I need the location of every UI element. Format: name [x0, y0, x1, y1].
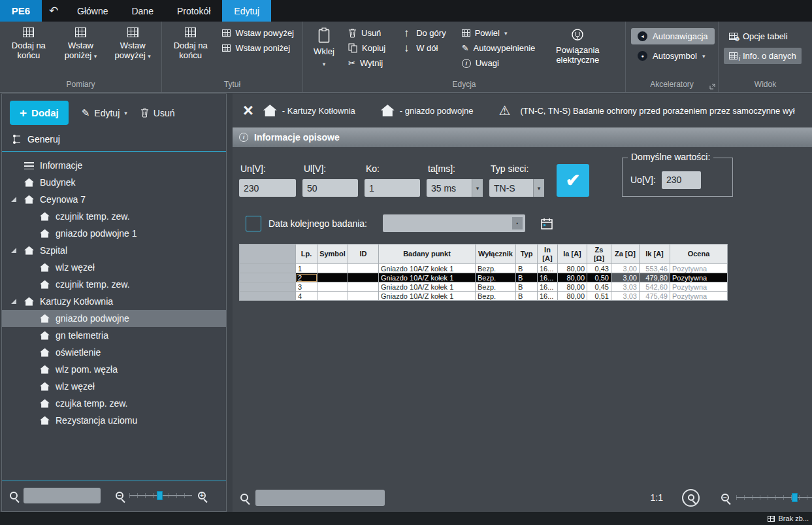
- table-options-button[interactable]: ⚙ Opcje tabeli: [724, 28, 793, 44]
- autofill-button[interactable]: ✎ Autowypełnienie: [459, 41, 539, 56]
- table-cell[interactable]: B: [516, 282, 538, 292]
- table-cell[interactable]: 542,60: [640, 282, 670, 292]
- add-title-end-button[interactable]: Dodaj na końcu: [167, 25, 214, 60]
- table-cell[interactable]: 1: [296, 264, 317, 273]
- tree-item-kartuzy-kotlownia[interactable]: Kartuzy Kotłownia: [2, 293, 226, 310]
- table-cell[interactable]: Pozytywna: [670, 282, 728, 292]
- un-field[interactable]: [239, 179, 296, 197]
- column-header[interactable]: Symbol: [317, 245, 348, 264]
- row-selector[interactable]: [240, 264, 296, 273]
- column-header[interactable]: In [A]: [538, 245, 558, 264]
- table-cell[interactable]: 3,03: [611, 282, 640, 292]
- table-row-selected[interactable]: 2 Gniazdo 10A/Z kołek 1 Bezp. B 16... 80…: [240, 273, 728, 282]
- table-cell[interactable]: 16...: [538, 282, 558, 292]
- table-cell[interactable]: 16...: [538, 273, 558, 282]
- breadcrumb-kotlownia[interactable]: - Kartuzy Kotłownia: [263, 105, 355, 116]
- notes-button[interactable]: i Uwagi: [459, 56, 539, 71]
- table-cell[interactable]: [348, 273, 379, 282]
- zoom-fit-button[interactable]: [682, 489, 700, 507]
- menu-protokol[interactable]: Protokół: [165, 0, 222, 22]
- delete-node-button[interactable]: Usuń: [140, 108, 175, 118]
- table-cell[interactable]: [317, 292, 348, 301]
- tree-item-wlz-wezel-1[interactable]: wlz węzeł: [2, 259, 226, 276]
- data-info-toggle[interactable]: i Info. o danych: [724, 48, 802, 64]
- table-cell[interactable]: 553,46: [640, 264, 670, 273]
- delete-button[interactable]: Usuń: [345, 25, 389, 41]
- zoom-in-icon[interactable]: +: [198, 492, 206, 500]
- electrical-links-button[interactable]: Powiązania elektryczne: [549, 25, 606, 65]
- column-header[interactable]: Ik [A]: [640, 245, 670, 264]
- menu-glowne[interactable]: Główne: [65, 0, 120, 22]
- uo-field[interactable]: [662, 171, 701, 189]
- table-cell[interactable]: 16...: [538, 292, 558, 301]
- slider-handle[interactable]: [792, 493, 798, 502]
- cut-button[interactable]: ✂ Wytnij: [345, 56, 389, 71]
- table-cell[interactable]: [317, 264, 348, 273]
- slider-handle[interactable]: [157, 491, 163, 500]
- table-cell[interactable]: 3,00: [611, 273, 640, 282]
- table-cell[interactable]: Bezp.: [476, 273, 516, 282]
- copy-button[interactable]: Kopiuj: [345, 41, 389, 56]
- date-clear-button[interactable]: ▪: [512, 217, 523, 229]
- tree-item-budynek[interactable]: Budynek: [2, 174, 226, 191]
- table-cell[interactable]: 0,45: [587, 282, 611, 292]
- ko-field[interactable]: [365, 179, 420, 197]
- zoom-out-icon[interactable]: −: [721, 494, 729, 501]
- tree-item-gniazdo-podwojne-1[interactable]: gniazdo podwojne 1: [2, 225, 226, 242]
- table-cell[interactable]: 0,43: [587, 264, 611, 273]
- chevron-down-icon[interactable]: ▾: [533, 179, 544, 197]
- table-zoom-slider[interactable]: [736, 492, 812, 503]
- tree-item-ceynowa-7[interactable]: Ceynowa 7: [2, 191, 226, 208]
- table-cell[interactable]: 3,03: [611, 292, 640, 301]
- next-test-date-input[interactable]: ▪: [383, 214, 525, 232]
- tree-item-czujka-temp-zew[interactable]: czujka temp. zew.: [2, 395, 226, 412]
- row-selector[interactable]: [240, 273, 296, 282]
- move-up-button[interactable]: ↑ Do góry: [398, 25, 449, 41]
- insert-measurement-above-button[interactable]: Wstaw powyżej ▾: [109, 25, 156, 61]
- confirm-button[interactable]: ✔: [557, 164, 589, 197]
- dialog-launcher-icon[interactable]: [709, 84, 715, 90]
- chevron-down-icon[interactable]: ▾: [472, 179, 483, 197]
- table-cell[interactable]: B: [516, 292, 538, 301]
- table-cell[interactable]: 0,50: [587, 273, 611, 282]
- table-cell[interactable]: 3,00: [611, 264, 640, 273]
- table-cell[interactable]: 475,49: [640, 292, 670, 301]
- breadcrumb-gniazdo[interactable]: - gniazdo podwojne: [381, 105, 474, 116]
- expander-icon[interactable]: [11, 299, 16, 304]
- insert-measurement-below-button[interactable]: Wstaw poniżej ▾: [57, 25, 105, 61]
- tree-search-input[interactable]: [24, 488, 101, 503]
- tree-item-czujnik-temp-zew-1[interactable]: czujnik temp. zew.: [2, 208, 226, 225]
- column-header[interactable]: Za [Ω]: [611, 245, 640, 264]
- undo-button[interactable]: ↶: [42, 0, 65, 22]
- tree-zoom-slider[interactable]: [129, 490, 192, 501]
- table-search-input[interactable]: [255, 490, 385, 506]
- column-header[interactable]: ID: [348, 245, 379, 264]
- autosymbol-toggle[interactable]: ● Autosymbol ▾: [631, 48, 711, 64]
- network-type-combobox[interactable]: TN-S ▾: [489, 179, 544, 197]
- row-selector-header[interactable]: [240, 245, 296, 264]
- table-row[interactable]: 1 Gniazdo 10A/Z kołek 1 Bezp. B 16... 80…: [240, 264, 728, 273]
- ul-field[interactable]: [302, 179, 358, 197]
- app-menu-button[interactable]: PE6: [0, 0, 42, 22]
- column-header[interactable]: Lp.: [296, 245, 317, 264]
- column-header[interactable]: Ia [A]: [558, 245, 587, 264]
- tree-item-wlz-wezel-2[interactable]: wlz węzeł: [2, 378, 226, 395]
- table-cell[interactable]: B: [516, 273, 538, 282]
- table-cell[interactable]: 0,51: [587, 292, 611, 301]
- table-cell[interactable]: [348, 264, 379, 273]
- tree-item-szpital[interactable]: Szpital: [2, 242, 226, 259]
- menu-dane[interactable]: Dane: [120, 0, 165, 22]
- edit-node-button[interactable]: ✎ Edytuj ▾: [82, 107, 127, 119]
- table-cell[interactable]: 80,00: [558, 264, 587, 273]
- table-cell[interactable]: 2: [296, 273, 317, 282]
- table-cell[interactable]: [317, 282, 348, 292]
- table-cell[interactable]: 80,00: [558, 292, 587, 301]
- table-cell[interactable]: [317, 273, 348, 282]
- table-cell[interactable]: Gniazdo 10A/Z kołek 1: [379, 282, 476, 292]
- next-test-date-checkbox[interactable]: [246, 216, 261, 231]
- tree-item-rezystancja-uziomu[interactable]: Rezystancja uziomu: [2, 412, 226, 429]
- tree-item-gniazdo-podwojne[interactable]: gniazdo podwojne: [2, 310, 226, 327]
- table-cell[interactable]: 4: [296, 292, 317, 301]
- table-cell[interactable]: Bezp.: [476, 292, 516, 301]
- add-measurement-end-button[interactable]: Dodaj na końcu: [5, 25, 52, 60]
